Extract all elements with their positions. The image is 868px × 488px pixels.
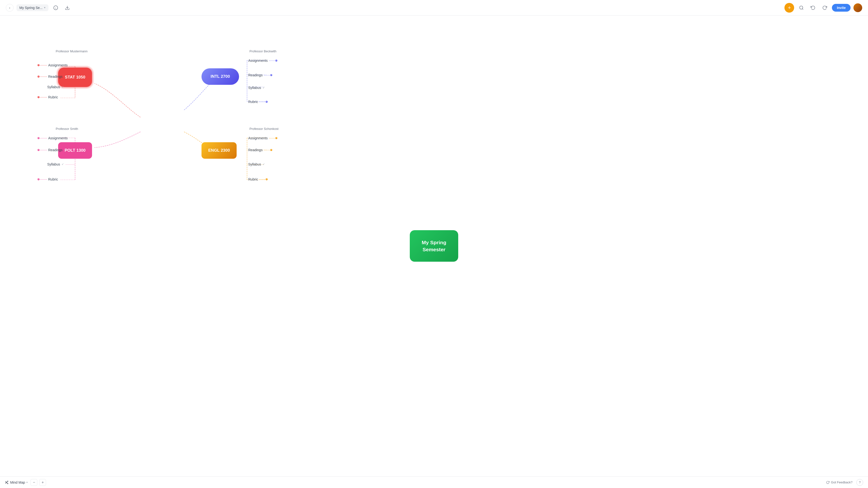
topbar: ‹ My Spring Se... ▾ + xyxy=(0,0,868,16)
intl-assignments-dash xyxy=(269,60,277,62)
engl-assignments[interactable]: Assignments xyxy=(248,136,277,140)
engl-syllabus-label: Syllabus xyxy=(248,162,261,166)
engl-node[interactable]: ENGL 2300 xyxy=(202,142,237,159)
mindmap-label: Mind Map xyxy=(10,481,25,484)
svg-point-8 xyxy=(7,483,8,484)
engl-syllabus-icon: ✓ xyxy=(262,162,265,166)
avatar xyxy=(854,3,862,12)
zoom-out-button[interactable]: − xyxy=(31,479,37,486)
intl-rubric-label: Rubric xyxy=(248,100,258,104)
help-icon: ? xyxy=(859,481,861,484)
topbar-right: + Invite xyxy=(784,3,862,12)
intl-node-label: INTL 2700 xyxy=(211,74,230,79)
engl-professor-label: Professor Schonkost xyxy=(249,127,279,131)
bottombar-right: Got Feedback? ? xyxy=(826,479,863,486)
stat-syllabus-label: Syllabus xyxy=(47,85,60,89)
polt-syllabus[interactable]: Syllabus ✓ xyxy=(47,162,64,166)
engl-syllabus[interactable]: Syllabus ✓ xyxy=(248,162,265,166)
polt-professor-label: Professor Smith xyxy=(56,127,78,131)
undo-button[interactable] xyxy=(809,3,817,12)
bottombar: Mind Map ▾ − + Got Feedback? ? xyxy=(0,476,868,488)
engl-rubric-dash xyxy=(259,178,268,180)
intl-professor-label: Professor Beckwith xyxy=(249,50,276,53)
zoom-in-button[interactable]: + xyxy=(39,479,46,486)
polt-syllabus-icon: ✓ xyxy=(62,162,64,166)
add-button[interactable]: + xyxy=(784,3,794,12)
title-chevron-icon: ▾ xyxy=(44,6,45,9)
intl-readings-dash xyxy=(264,74,272,76)
polt-assignments-dot xyxy=(37,137,47,139)
svg-point-4 xyxy=(800,6,803,9)
intl-node[interactable]: INTL 2700 xyxy=(202,68,239,85)
intl-rubric-dash xyxy=(259,101,268,103)
invite-button[interactable]: Invite xyxy=(832,4,850,12)
svg-line-5 xyxy=(802,8,803,9)
svg-line-12 xyxy=(5,483,6,483)
svg-line-10 xyxy=(7,482,7,483)
stat-node[interactable]: STAT 1050 xyxy=(58,68,92,87)
stat-rubric-dot xyxy=(37,96,47,98)
engl-assignments-dash xyxy=(269,137,277,139)
title-text: My Spring Se... xyxy=(20,6,42,10)
redo-button[interactable] xyxy=(820,3,829,12)
polt-rubric[interactable]: Rubric xyxy=(37,177,58,181)
stat-syllabus[interactable]: Syllabus ✓ xyxy=(47,85,64,89)
polt-rubric-label: Rubric xyxy=(48,177,58,181)
title-button[interactable]: My Spring Se... ▾ xyxy=(17,4,49,11)
polt-assignments-label: Assignments xyxy=(48,136,68,140)
help-button[interactable]: ? xyxy=(857,479,863,486)
stat-rubric[interactable]: Rubric xyxy=(37,95,58,99)
center-node-label: My Spring Semester xyxy=(410,239,458,253)
engl-rubric-label: Rubric xyxy=(248,177,258,181)
zoom-controls: − + xyxy=(31,479,46,486)
polt-assignments[interactable]: Assignments xyxy=(37,136,68,140)
back-button[interactable]: ‹ xyxy=(6,4,13,12)
engl-node-label: ENGL 2300 xyxy=(208,148,230,153)
mindmap-icon xyxy=(5,481,9,484)
intl-syllabus-icon: ✓ xyxy=(262,86,265,89)
polt-rubric-dot xyxy=(37,178,47,180)
intl-readings[interactable]: Readings xyxy=(248,73,272,77)
intl-syllabus-label: Syllabus xyxy=(248,86,261,90)
engl-readings-label: Readings xyxy=(248,148,262,152)
feedback-label: Got Feedback? xyxy=(831,481,852,484)
stat-node-label: STAT 1050 xyxy=(65,75,85,80)
stat-professor-label: Professor Mustermann xyxy=(56,50,88,53)
intl-syllabus[interactable]: Syllabus ✓ xyxy=(248,86,265,90)
stat-assignments-dot xyxy=(37,64,47,66)
download-button[interactable] xyxy=(63,3,72,12)
svg-line-11 xyxy=(5,481,6,482)
stat-syllabus-icon: ✓ xyxy=(62,85,64,89)
engl-readings[interactable]: Readings xyxy=(248,148,272,152)
polt-node[interactable]: POLT 1300 xyxy=(58,142,92,159)
intl-assignments[interactable]: Assignments xyxy=(248,59,277,62)
polt-syllabus-label: Syllabus xyxy=(47,162,60,166)
plus-icon: + xyxy=(788,5,791,11)
stat-readings[interactable]: Readings xyxy=(37,74,62,79)
feedback-button[interactable]: Got Feedback? xyxy=(826,481,852,484)
stat-assignments-label: Assignments xyxy=(48,63,68,67)
mindmap-chevron-icon: ▾ xyxy=(26,481,28,484)
stat-readings-label: Readings xyxy=(48,74,62,79)
polt-readings-dot xyxy=(37,149,47,151)
stat-assignments[interactable]: Assignments xyxy=(37,63,68,67)
search-button[interactable] xyxy=(797,3,806,12)
topbar-left: ‹ My Spring Se... ▾ xyxy=(6,3,72,12)
stat-rubric-label: Rubric xyxy=(48,95,58,99)
polt-readings[interactable]: Readings xyxy=(37,148,62,152)
engl-assignments-label: Assignments xyxy=(248,136,268,140)
mindmap-button[interactable]: Mind Map ▾ xyxy=(5,481,28,484)
engl-rubric[interactable]: Rubric xyxy=(248,177,268,181)
intl-rubric[interactable]: Rubric xyxy=(248,100,268,104)
polt-node-label: POLT 1300 xyxy=(65,148,86,153)
svg-line-9 xyxy=(7,482,7,482)
avatar-image xyxy=(854,3,862,12)
stat-readings-dot xyxy=(37,75,47,78)
engl-readings-dash xyxy=(264,149,272,151)
intl-readings-label: Readings xyxy=(248,73,262,77)
center-node[interactable]: My Spring Semester xyxy=(410,230,458,262)
feedback-icon xyxy=(826,481,830,484)
svg-point-7 xyxy=(7,481,8,482)
info-button[interactable] xyxy=(51,3,60,12)
canvas: My Spring Semester STAT 1050 INTL 2700 P… xyxy=(0,16,868,476)
